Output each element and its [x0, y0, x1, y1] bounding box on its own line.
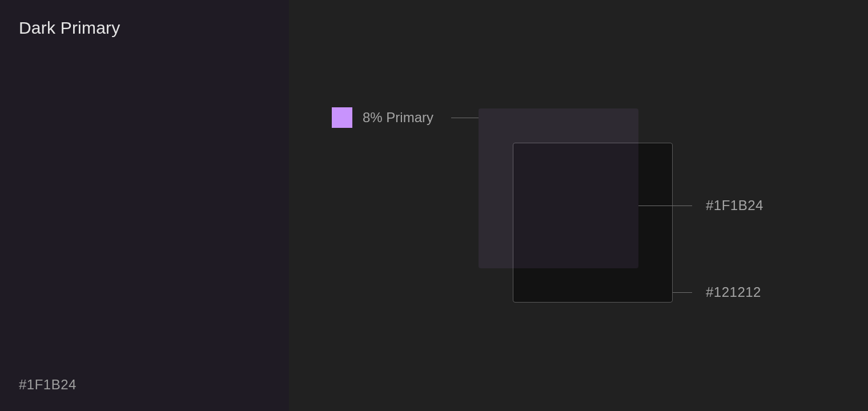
overlay-legend: 8% Primary: [332, 107, 433, 128]
blend-hex-label: #1F1B24: [706, 198, 763, 213]
overlay-legend-label: 8% Primary: [363, 110, 433, 126]
diagram-root: Dark Primary #1F1B24 8% Primary #1F1B24 …: [0, 0, 868, 411]
leader-line-base: [673, 292, 692, 293]
base-hex-label: #121212: [706, 284, 761, 300]
overlay-square-swatch: [479, 108, 638, 268]
leader-line-blend: [638, 206, 692, 206]
panel-title: Dark Primary: [19, 18, 120, 38]
leader-line-overlay: [451, 118, 479, 118]
primary-chip-icon: [332, 107, 352, 128]
panel-hex-value: #1F1B24: [19, 377, 77, 393]
color-panel: Dark Primary #1F1B24: [0, 0, 289, 411]
